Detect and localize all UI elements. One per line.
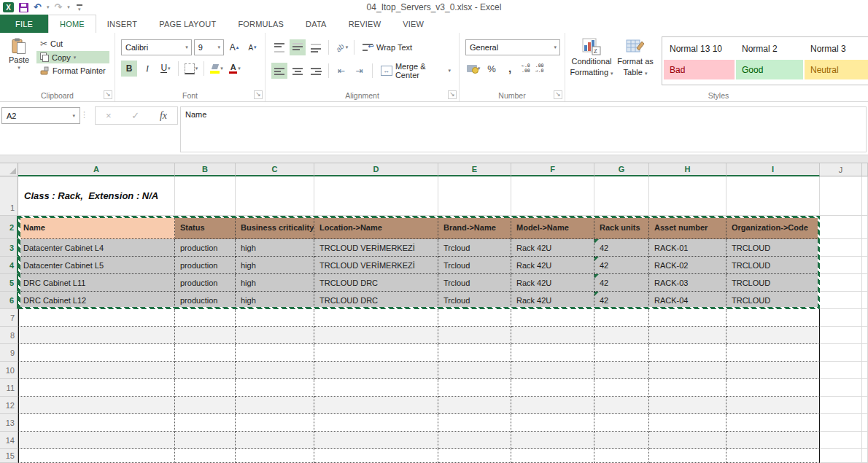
column-header-A[interactable]: A	[18, 163, 175, 176]
decrease-indent-button[interactable]: ⇤	[333, 63, 349, 79]
borders-button[interactable]: ▾	[183, 61, 199, 77]
cell-A7[interactable]	[18, 309, 175, 327]
cell-A12[interactable]	[18, 397, 175, 414]
cell-J3[interactable]	[820, 239, 862, 257]
tab-review[interactable]: REVIEW	[338, 15, 392, 33]
cell-C15[interactable]	[236, 449, 314, 463]
cell-H5[interactable]: RACK-03	[649, 274, 726, 292]
cell-C3[interactable]: high	[236, 239, 314, 257]
cell-G10[interactable]	[594, 362, 649, 379]
tab-home[interactable]: HOME	[48, 15, 96, 34]
cell-F3[interactable]: Rack 42U	[511, 239, 594, 257]
row-header-9[interactable]: 9	[0, 344, 18, 362]
cell-C1[interactable]	[236, 176, 314, 216]
cell-E8[interactable]	[438, 327, 511, 344]
cell-J4[interactable]	[820, 257, 862, 274]
column-header-D[interactable]: D	[314, 163, 438, 176]
cell-G8[interactable]	[594, 327, 649, 344]
number-format-select[interactable]: General ▾	[465, 39, 560, 55]
font-size-select[interactable]: 9 ▾	[194, 39, 224, 55]
cell-A3[interactable]: Datacenter Cabinet L4	[18, 239, 175, 257]
style-gallery-item[interactable]: Normal 13 10	[664, 39, 735, 58]
fill-color-button[interactable]: ▾	[209, 61, 225, 77]
cell-B15[interactable]	[175, 449, 236, 463]
style-gallery-item[interactable]: Neutral	[805, 60, 868, 79]
cell-F1[interactable]	[511, 176, 594, 216]
cell-J6[interactable]	[820, 292, 862, 309]
enter-icon[interactable]: ✓	[131, 110, 139, 121]
copy-button[interactable]: Copy ▾	[36, 51, 109, 63]
font-color-button[interactable]: A ▾	[227, 61, 243, 77]
cell-I14[interactable]	[726, 432, 820, 449]
align-left-button[interactable]	[271, 63, 287, 79]
format-painter-button[interactable]: Format Painter	[36, 65, 109, 77]
select-all-corner[interactable]	[0, 163, 18, 176]
row-header-2[interactable]: 2	[0, 216, 18, 239]
cell-B14[interactable]	[175, 432, 236, 449]
cell-B10[interactable]	[175, 362, 236, 379]
cell-D9[interactable]	[314, 344, 438, 362]
cell-H14[interactable]	[649, 432, 726, 449]
cell-F15[interactable]	[511, 449, 594, 463]
cell-D15[interactable]	[314, 449, 438, 463]
cell-H3[interactable]: RACK-01	[649, 239, 726, 257]
cell-D14[interactable]	[314, 432, 438, 449]
cell-I9[interactable]	[726, 344, 820, 362]
header-cell-H2[interactable]: Asset number	[649, 216, 726, 239]
style-gallery-item[interactable]: Normal 3	[805, 39, 868, 58]
cell-C7[interactable]	[236, 309, 314, 327]
cell-A1-class-title[interactable]: Class : Rack, Extension : N/A	[18, 176, 175, 216]
cell-J14[interactable]	[820, 432, 862, 449]
header-cell-B2[interactable]: Status	[175, 216, 236, 239]
row-header-8[interactable]: 8	[0, 327, 18, 344]
style-gallery-item[interactable]: Good	[736, 60, 803, 79]
paste-dropdown-icon[interactable]: ▾	[18, 65, 20, 71]
header-cell-G2[interactable]: Rack units	[594, 216, 649, 239]
column-header-I[interactable]: I	[726, 163, 820, 176]
italic-button[interactable]: I	[139, 61, 155, 77]
cell-E1[interactable]	[438, 176, 511, 216]
cell-F10[interactable]	[511, 362, 594, 379]
cell-I4[interactable]: TRCLOUD	[726, 257, 820, 274]
cell-F14[interactable]	[511, 432, 594, 449]
cell-A11[interactable]	[18, 379, 175, 397]
underline-button[interactable]: U ▾	[158, 61, 174, 77]
cell-J11[interactable]	[820, 379, 862, 397]
cell-H11[interactable]	[649, 379, 726, 397]
style-gallery-item[interactable]: Bad	[664, 60, 735, 79]
name-box[interactable]: A2 ▾	[1, 107, 80, 124]
cell-I11[interactable]	[726, 379, 820, 397]
row-header-10[interactable]: 10	[0, 362, 18, 379]
cell-A5[interactable]: DRC Cabinet L11	[18, 274, 175, 292]
cell-B5[interactable]: production	[175, 274, 236, 292]
decrease-decimal-button[interactable]: .00 →.0	[534, 62, 546, 75]
insert-function-icon[interactable]: fx	[160, 110, 167, 122]
percent-style-button[interactable]: %	[484, 61, 500, 77]
comma-style-button[interactable]: ,	[502, 61, 518, 77]
cell-F4[interactable]: Rack 42U	[511, 257, 594, 274]
bottom-align-button[interactable]	[308, 39, 324, 55]
cell-E12[interactable]	[438, 397, 511, 414]
cell-C8[interactable]	[236, 327, 314, 344]
cell-J15[interactable]	[820, 449, 862, 463]
cell-E11[interactable]	[438, 379, 511, 397]
cell-I8[interactable]	[726, 327, 820, 344]
cell-C9[interactable]	[236, 344, 314, 362]
cell-A13[interactable]	[18, 414, 175, 432]
cell-C11[interactable]	[236, 379, 314, 397]
row-header-14[interactable]: 14	[0, 432, 18, 449]
cell-B13[interactable]	[175, 414, 236, 432]
cell-D11[interactable]	[314, 379, 438, 397]
row-header-7[interactable]: 7	[0, 309, 18, 327]
cell-G12[interactable]	[594, 397, 649, 414]
cut-button[interactable]: ✂ Cut	[36, 38, 109, 50]
accounting-format-button[interactable]: ▾	[465, 61, 481, 77]
cell-B11[interactable]	[175, 379, 236, 397]
copy-dropdown-icon[interactable]: ▾	[74, 55, 77, 61]
cell-A15[interactable]	[18, 449, 175, 463]
align-right-button[interactable]	[308, 63, 324, 79]
column-header-F[interactable]: F	[511, 163, 594, 176]
cell-E6[interactable]: Trcloud	[438, 292, 511, 309]
cell-I13[interactable]	[726, 414, 820, 432]
format-as-table-button[interactable]: Format as Table ▾	[613, 36, 657, 85]
